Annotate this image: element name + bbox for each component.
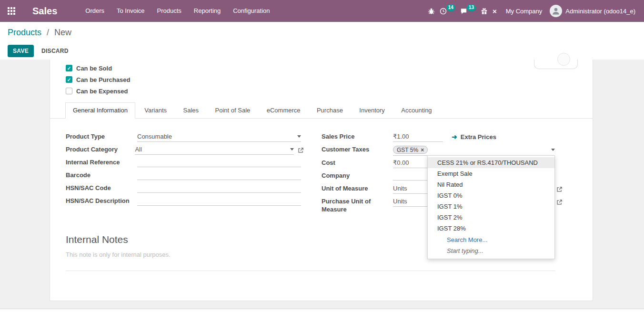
menu-products[interactable]: Products <box>151 0 188 22</box>
menu-reporting[interactable]: Reporting <box>188 0 227 22</box>
field-label: Customer Taxes <box>322 144 393 154</box>
messages-chat-icon[interactable]: 13 <box>458 6 478 17</box>
debug-bug-icon[interactable] <box>425 6 437 17</box>
internal-reference-input[interactable] <box>137 157 301 167</box>
dropdown-option[interactable]: IGST 0% <box>428 190 554 201</box>
field-barcode: Barcode <box>66 170 304 182</box>
tab-ecommerce[interactable]: eCommerce <box>260 103 308 118</box>
arrow-right-icon: ➜ <box>452 133 457 141</box>
close-session-icon[interactable]: × <box>490 5 499 17</box>
breadcrumb: Products / New <box>8 28 71 38</box>
field-label: Internal Reference <box>66 157 137 167</box>
search-more-link[interactable]: Search More... <box>428 234 554 245</box>
tax-tag-label: GST 5% <box>397 147 418 153</box>
systray: 14 13 × My Company Administrator (odoo14… <box>425 5 644 17</box>
field-label: Barcode <box>66 170 137 180</box>
internal-notes-title: Internal Notes <box>66 234 128 245</box>
discard-button[interactable]: DISCARD <box>41 48 69 54</box>
window-footer-strip <box>0 309 644 312</box>
dropdown-option[interactable]: IGST 2% <box>428 212 554 223</box>
user-avatar <box>550 5 562 17</box>
dropdown-option[interactable]: CESS 21% or RS.4170/THOUSAND <box>428 157 554 168</box>
chevron-down-icon[interactable] <box>551 149 555 151</box>
external-link-icon[interactable] <box>298 147 304 155</box>
menu-configuration[interactable]: Configuration <box>227 0 276 22</box>
internal-notes-placeholder[interactable]: This note is only for internal purposes. <box>66 251 171 258</box>
activities-count-badge: 14 <box>446 4 455 11</box>
start-typing-hint: Start typing... <box>428 245 554 257</box>
tab-sales[interactable]: Sales <box>176 103 206 118</box>
checkbox-can-be-expensed[interactable]: Can be Expensed <box>66 85 130 97</box>
product-type-value: Consumable <box>137 133 172 140</box>
main-menu: Orders To Invoice Products Reporting Con… <box>79 0 276 22</box>
product-type-select[interactable]: Consumable <box>137 131 301 142</box>
external-link-icon[interactable] <box>556 186 563 194</box>
product-category-value: All <box>135 146 141 153</box>
field-product-type: Product Type Consumable <box>66 131 304 144</box>
checkbox-label: Can be Expensed <box>76 88 128 95</box>
field-label: Company <box>322 170 393 180</box>
dropdown-option[interactable]: IGST 1% <box>428 201 554 212</box>
field-label: Sales Price <box>322 131 393 141</box>
menu-orders[interactable]: Orders <box>79 0 111 22</box>
field-label: Unit of Measure <box>322 183 393 193</box>
image-edit-circle <box>557 53 570 66</box>
customer-taxes-dropdown: CESS 21% or RS.4170/THOUSAND Exempt Sale… <box>427 155 555 259</box>
tab-accounting[interactable]: Accounting <box>394 103 439 118</box>
product-image-placeholder[interactable] <box>534 60 578 69</box>
tab-variants[interactable]: Variants <box>137 103 174 118</box>
menu-to-invoice[interactable]: To Invoice <box>111 0 151 22</box>
barcode-input[interactable] <box>137 170 301 180</box>
chevron-down-icon <box>297 135 301 138</box>
app-title[interactable]: Sales <box>32 6 57 17</box>
hsn-sac-description-input[interactable] <box>137 195 301 206</box>
tab-point-of-sale[interactable]: Point of Sale <box>208 103 258 118</box>
hsn-sac-code-input[interactable] <box>137 182 301 193</box>
extra-prices-label: Extra Prices <box>461 133 496 141</box>
activities-clock-icon[interactable]: 14 <box>437 6 458 17</box>
extra-prices-button[interactable]: ➜ Extra Prices <box>452 131 496 141</box>
purchase-uom-value: Units <box>393 198 407 205</box>
customer-taxes-input[interactable]: GST 5% × <box>393 144 555 156</box>
dropdown-option[interactable]: Exempt Sale <box>428 168 554 179</box>
apps-menu-button[interactable] <box>0 0 23 22</box>
tab-general-information[interactable]: General Information <box>65 102 135 119</box>
checkbox-icon[interactable] <box>66 88 72 94</box>
user-menu[interactable]: Administrator (odoo14_e) <box>550 5 640 17</box>
control-panel: Products / New SAVE DISCARD <box>0 22 644 60</box>
breadcrumb-current: New <box>54 28 71 37</box>
form-action-buttons: SAVE DISCARD <box>8 45 69 57</box>
tax-tag-gst5: GST 5% × <box>393 146 428 154</box>
gift-icon[interactable] <box>478 6 490 17</box>
checkbox-icon[interactable]: ✓ <box>66 65 72 71</box>
checkbox-can-be-sold[interactable]: ✓ Can be Sold <box>66 62 130 74</box>
field-label: HSN/SAC Code <box>66 182 137 192</box>
field-label: Product Type <box>66 131 137 141</box>
uom-value: Units <box>393 185 407 192</box>
breadcrumb-separator: / <box>47 28 49 37</box>
field-label: Product Category <box>66 144 135 154</box>
checkbox-can-be-purchased[interactable]: ✓ Can be Purchased <box>66 74 130 85</box>
form-left-column: Product Type Consumable Product Category… <box>66 131 304 208</box>
sales-price-input[interactable]: ₹1.00 <box>393 131 443 142</box>
odoo-product-form-screen: Sales Orders To Invoice Products Reporti… <box>0 0 644 312</box>
field-label: Cost <box>322 157 393 167</box>
dropdown-option[interactable]: IGST 28% <box>428 223 554 234</box>
company-switcher[interactable]: My Company <box>506 8 543 15</box>
dropdown-option[interactable]: Nil Rated <box>428 179 554 190</box>
remove-tag-icon[interactable]: × <box>421 147 424 153</box>
external-link-icon[interactable] <box>556 199 563 207</box>
field-hsn-sac-description: HSN/SAC Description <box>66 195 304 208</box>
field-product-category: Product Category All <box>66 144 304 157</box>
product-category-select[interactable]: All <box>135 144 294 155</box>
product-flags: ✓ Can be Sold ✓ Can be Purchased Can be … <box>66 62 130 97</box>
notes-divider <box>66 271 555 271</box>
notebook-tabs: General Information Variants Sales Point… <box>50 102 593 119</box>
user-name: Administrator (odoo14_e) <box>565 8 635 15</box>
breadcrumb-products-link[interactable]: Products <box>8 28 41 37</box>
tab-inventory[interactable]: Inventory <box>352 103 392 118</box>
tab-purchase[interactable]: Purchase <box>310 103 350 118</box>
save-button[interactable]: SAVE <box>8 45 34 57</box>
checkbox-label: Can be Purchased <box>76 76 130 83</box>
checkbox-icon[interactable]: ✓ <box>66 76 72 83</box>
